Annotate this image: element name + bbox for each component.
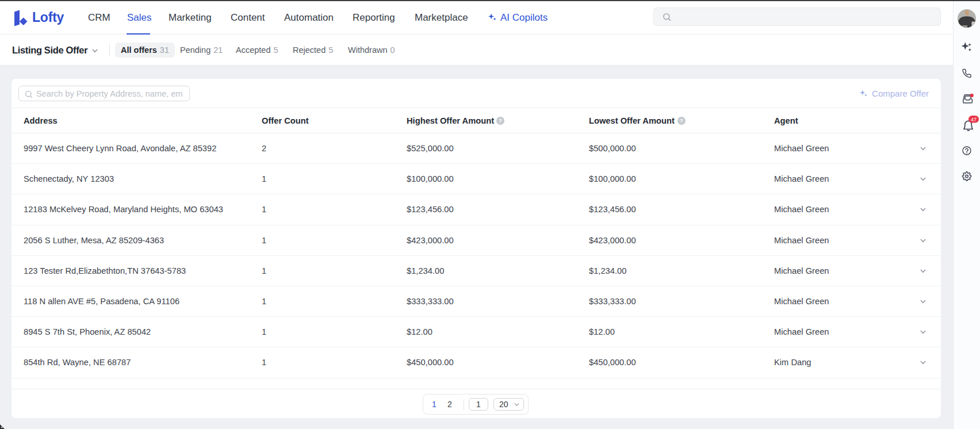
svg-text:?: ? — [680, 117, 683, 124]
svg-text:?: ? — [499, 117, 502, 124]
svg-text:47: 47 — [971, 117, 977, 122]
